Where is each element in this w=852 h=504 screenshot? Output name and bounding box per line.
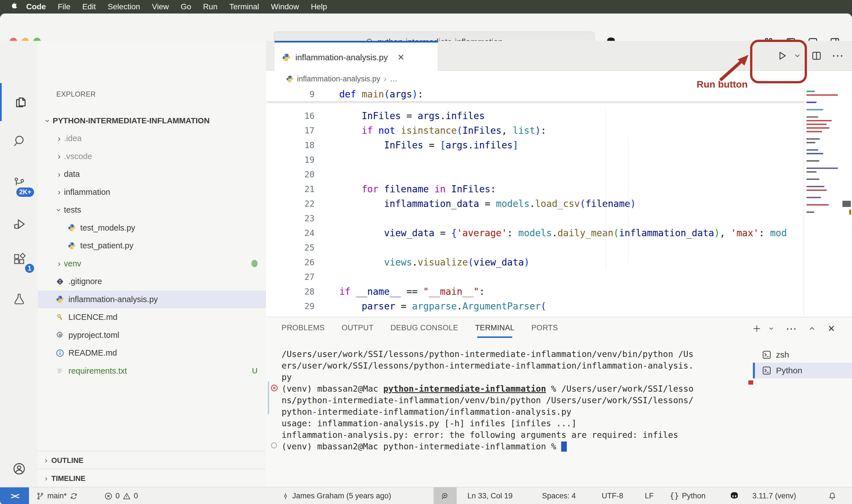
command-decoration: [268, 381, 269, 414]
source-control-badge: 2K+: [16, 187, 34, 197]
tree-item-requirements-txt[interactable]: requirements.txtU: [38, 362, 266, 380]
error-icon: [104, 492, 113, 500]
breadcrumb-file[interactable]: inflammation-analysis.py: [297, 75, 380, 83]
code-line-29: 29 parser = argparse.ArgumentParser(: [266, 299, 804, 313]
line-number: 21: [266, 184, 339, 194]
panel-tab-ports[interactable]: PORTS: [531, 324, 558, 334]
terminal-line: (venv) mbassan2@Mac python-intermediate-…: [282, 383, 755, 394]
menu-item-run[interactable]: Run: [197, 2, 223, 11]
tree-item--gitignore[interactable]: .gitignore: [38, 273, 266, 290]
tree-item-licence-md[interactable]: LICENCE.md: [38, 308, 266, 326]
git-branch-status[interactable]: main*: [36, 487, 78, 504]
problems-status[interactable]: 0 0: [104, 487, 138, 504]
terminal-dropdown-chevron-icon[interactable]: [768, 325, 775, 332]
activity-testing[interactable]: [0, 280, 38, 318]
panel-more-actions-icon[interactable]: ⋯: [786, 326, 797, 331]
python-icon: [66, 223, 77, 232]
encoding-status[interactable]: UTF-8: [602, 487, 623, 504]
tree-item-readme-md[interactable]: README.md: [38, 344, 266, 362]
code-line-20: 20: [266, 167, 804, 182]
tree-item--idea[interactable]: ›.idea: [38, 129, 266, 147]
close-panel-icon[interactable]: ✕: [828, 323, 835, 334]
menu-item-go[interactable]: Go: [175, 2, 197, 11]
menu-item-selection[interactable]: Selection: [102, 2, 146, 11]
minimap[interactable]: [804, 87, 841, 317]
notifications-bell-icon[interactable]: [828, 487, 837, 504]
tree-root-folder[interactable]: ›PYTHON-INTERMEDIATE-INFLAMMATION: [38, 112, 266, 129]
terminal-icon: [762, 366, 772, 375]
indentation-status[interactable]: Spaces: 4: [542, 487, 576, 504]
line-number: 9: [266, 89, 339, 99]
tree-item-test-models-py[interactable]: test_models.py: [38, 219, 266, 237]
terminal-instance-zsh[interactable]: zsh: [753, 347, 852, 363]
panel-tab-problems[interactable]: PROBLEMS: [282, 324, 325, 334]
overview-ruler-mark: [849, 210, 851, 215]
panel-tab-debug-console[interactable]: DEBUG CONSOLE: [391, 324, 458, 334]
timeline-section[interactable]: › TIMELINE: [38, 469, 266, 487]
apple-icon[interactable]: [10, 2, 17, 11]
menu-item-edit[interactable]: Edit: [76, 2, 102, 11]
line-number: 28: [266, 287, 339, 296]
copilot-status-icon[interactable]: [729, 487, 739, 504]
activity-extensions[interactable]: 1: [0, 240, 38, 278]
menu-item-window[interactable]: Window: [265, 2, 305, 11]
menu-item-file[interactable]: File: [52, 2, 76, 11]
menu-item-view[interactable]: View: [146, 2, 175, 11]
new-terminal-icon[interactable]: [752, 324, 762, 334]
terminal-error-mark: [748, 380, 753, 384]
maximize-panel-icon[interactable]: [808, 324, 816, 333]
menu-item-terminal[interactable]: Terminal: [223, 2, 265, 11]
branch-icon: [36, 492, 44, 500]
terminal-output[interactable]: /Users/user/work/SSI/lessons/python-inte…: [282, 348, 755, 452]
warning-count: 0: [134, 492, 138, 500]
code-line-24: 24 view_data = {'average': models.daily_…: [266, 226, 804, 240]
code-line-26: 26 views.visualize(view_data): [266, 255, 804, 269]
terminal-line: py: [282, 372, 755, 383]
tab-close-icon[interactable]: ✕: [397, 52, 404, 62]
terminal-cursor: [561, 442, 567, 452]
outline-label: OUTLINE: [51, 456, 83, 465]
tree-item-tests[interactable]: ›tests: [38, 201, 266, 219]
cursor-position-status[interactable]: Ln 33, Col 19: [467, 487, 513, 504]
python-interpreter-status[interactable]: 3.11.7 (venv): [752, 487, 796, 504]
remote-indicator[interactable]: ><: [0, 487, 29, 504]
item-label: .gitignore: [68, 277, 102, 286]
timeline-label: TIMELINE: [51, 474, 85, 483]
panel-tab-terminal[interactable]: TERMINAL: [475, 324, 514, 334]
activity-source-control[interactable]: 2K+: [0, 164, 38, 202]
panel-tab-output[interactable]: OUTPUT: [342, 324, 373, 334]
breadcrumb-symbol[interactable]: …: [390, 75, 398, 83]
zoom-status-button[interactable]: [434, 487, 457, 504]
activity-account[interactable]: [0, 450, 38, 488]
tree-item-inflammation-analysis-py[interactable]: inflammation-analysis.py: [38, 291, 266, 308]
editor-scrollbar[interactable]: [841, 87, 852, 317]
git-icon: [54, 277, 66, 286]
tab-inflammation-analysis[interactable]: inflammation-analysis.py ✕: [274, 41, 438, 72]
line-number: 18: [266, 140, 339, 150]
code-line-28: 28if __name__ == "__main__":: [266, 284, 804, 299]
scrollbar-thumb[interactable]: [842, 201, 851, 207]
git-blame-status[interactable]: James Graham (5 years ago): [282, 487, 391, 504]
split-editor-icon[interactable]: [811, 50, 822, 61]
outline-section[interactable]: › OUTLINE: [38, 451, 266, 469]
menu-item-help[interactable]: Help: [305, 2, 333, 11]
error-count: 0: [115, 492, 120, 500]
terminal-instance-python[interactable]: Python: [753, 363, 852, 378]
eol-status[interactable]: LF: [645, 487, 654, 504]
code-editor[interactable]: 9def main(args):16 InFiles = args.infile…: [266, 87, 852, 317]
menu-item-code[interactable]: Code: [20, 2, 52, 11]
tree-item-inflammation[interactable]: ›inflammation: [38, 183, 266, 201]
screen: Code File Edit Selection View Go Run Ter…: [0, 0, 852, 504]
activity-explorer[interactable]: [0, 83, 40, 121]
chevron-right-icon: ›: [54, 187, 64, 197]
tree-item-data[interactable]: ›data: [38, 165, 266, 183]
tree-item-test-patient-py[interactable]: test_patient.py: [38, 237, 266, 254]
tree-item-venv[interactable]: ›venv: [38, 255, 266, 273]
activity-search[interactable]: [0, 122, 38, 160]
tree-item-pyproject-toml[interactable]: pyproject.toml: [38, 326, 266, 344]
language-mode-status[interactable]: {} Python: [670, 487, 706, 504]
editor-more-actions-icon[interactable]: ⋯: [832, 53, 844, 58]
item-label: inflammation-analysis.py: [68, 295, 158, 304]
activity-run-debug[interactable]: [0, 205, 38, 243]
tree-item--vscode[interactable]: ›.vscode: [38, 147, 266, 165]
